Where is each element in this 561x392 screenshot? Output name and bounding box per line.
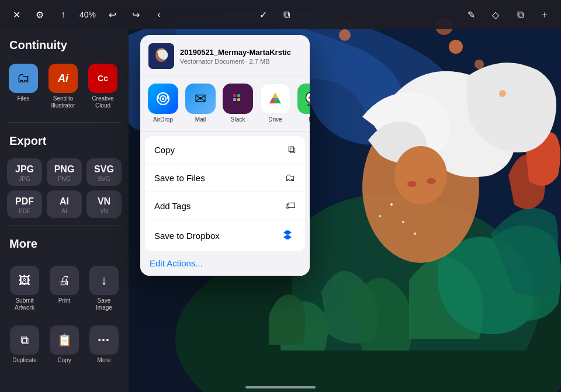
top-toolbar: ✕ ⚙ ↑ 40% ↩ ↪ ‹ ✓ ⧉ ✎ ◇ ⧉ ＋: [0, 0, 561, 29]
continuity-section: Continuity 🗂 Files Ai Send to Illustrato…: [0, 29, 129, 120]
svg-point-14: [379, 215, 381, 217]
share-tag-icon: 🏷: [285, 200, 296, 212]
svg-point-15: [414, 233, 416, 235]
back-button[interactable]: ‹: [150, 5, 168, 24]
share-app-drive[interactable]: Drive: [258, 84, 292, 123]
format-ai-sub: AI: [61, 208, 67, 214]
settings-button[interactable]: ⚙: [30, 5, 49, 24]
more-items-grid: 🖼 Submit Artwork 🖨 Print ↓ Save Image ⧉ …: [0, 256, 129, 373]
share-add-tags-label: Add Tags: [154, 201, 191, 211]
illustrator-label: Send to Illustrator: [47, 95, 79, 109]
duplicate-item[interactable]: ⧉ Duplicate: [7, 321, 42, 369]
format-png-main: PNG: [54, 164, 75, 175]
shape-tool[interactable]: ◇: [486, 5, 505, 24]
svg-point-6: [427, 178, 436, 184]
files-icon-item[interactable]: 🗂 Files: [5, 60, 42, 113]
more-title: More: [0, 228, 129, 256]
continuity-icons: 🗂 Files Ai Send to Illustrator Cc Creati…: [0, 58, 129, 120]
duplicate-label: Duplicate: [12, 357, 37, 364]
share-action-dropbox[interactable]: Save to Dropbox: [145, 220, 305, 251]
save-image-label: Save Image: [89, 297, 119, 311]
files-label: Files: [17, 95, 29, 102]
duplicate-icon: ⧉: [10, 325, 39, 355]
edit-actions-container: Edit Actions...: [140, 251, 310, 276]
messages-label: Me: [309, 116, 310, 123]
illustrator-icon: Ai: [49, 64, 78, 93]
svg-point-13: [402, 221, 404, 223]
more-label: More: [98, 357, 111, 364]
copy-item[interactable]: 📋 Copy: [47, 321, 82, 369]
redo-button[interactable]: ↪: [126, 5, 145, 24]
format-jpg-sub: JPG: [19, 176, 30, 182]
copy-label: Copy: [57, 357, 71, 364]
pen-tool[interactable]: ✎: [462, 5, 480, 24]
slack-label: Slack: [231, 116, 245, 123]
share-sheet: 20190521_Mermay-MartaKrstic Vectornator …: [140, 35, 310, 276]
files-icon: 🗂: [9, 64, 38, 93]
save-image-icon: ↓: [89, 266, 119, 295]
svg-point-7: [449, 40, 463, 54]
share-app-airdrop[interactable]: AirDrop: [146, 84, 180, 123]
close-button[interactable]: ✕: [7, 5, 26, 24]
export-section: Export JPG JPG PNG PNG SVG SVG PDF PDF A…: [0, 125, 129, 223]
print-item[interactable]: 🖨 Print: [47, 261, 82, 316]
continuity-title: Continuity: [0, 29, 129, 58]
share-file-thumbnail: [148, 43, 174, 69]
share-action-save-files[interactable]: Save to Files 🗂: [145, 164, 305, 192]
copy-icon: 📋: [50, 325, 79, 355]
svg-point-5: [407, 181, 417, 187]
edit-actions-link[interactable]: Edit Actions...: [150, 258, 203, 268]
export-format-grid: JPG JPG PNG PNG SVG SVG PDF PDF AI AI VN…: [0, 154, 129, 223]
share-dropbox-icon: [283, 228, 296, 244]
format-ai-main: AI: [60, 196, 69, 207]
toolbar-center: ✓ ⧉: [254, 5, 296, 24]
layers-panel-button[interactable]: ⧉: [511, 5, 529, 24]
format-vn[interactable]: VN VN: [86, 190, 122, 218]
share-action-copy[interactable]: Copy ⧉: [145, 136, 305, 164]
svg-point-12: [390, 203, 393, 206]
send-to-illustrator-item[interactable]: Ai Send to Illustrator: [44, 60, 82, 113]
share-apps-row: AirDrop ✉ Mail Slack: [140, 75, 310, 131]
svg-point-20: [162, 98, 164, 100]
share-file-info: 20190521_Mermay-MartaKrstic Vectornator …: [180, 48, 291, 65]
more-icon: •••: [89, 325, 119, 355]
format-pdf-main: PDF: [15, 196, 34, 207]
drive-label: Drive: [268, 116, 282, 123]
print-icon: 🖨: [50, 266, 79, 295]
format-png[interactable]: PNG PNG: [47, 158, 82, 186]
submit-artwork-label: Submit Artwork: [9, 297, 40, 311]
share-app-slack[interactable]: Slack: [221, 84, 255, 123]
format-svg-main: SVG: [94, 164, 114, 175]
save-image-item[interactable]: ↓ Save Image: [86, 261, 122, 316]
share-app-messages[interactable]: 💬 Me: [296, 84, 310, 123]
svg-rect-22: [233, 98, 236, 101]
svg-rect-24: [237, 98, 240, 101]
add-button[interactable]: ＋: [535, 5, 554, 24]
share-filesize: Vectornator Document · 2,7 MB: [180, 58, 291, 65]
undo-button[interactable]: ↩: [103, 5, 122, 24]
share-save-files-label: Save to Files: [154, 173, 205, 183]
airdrop-icon: [148, 84, 178, 114]
creative-cloud-item[interactable]: Cc Creative Cloud: [84, 60, 122, 113]
messages-icon: 💬: [297, 84, 310, 114]
more-item-btn[interactable]: ••• More: [86, 321, 122, 369]
submit-artwork-item[interactable]: 🖼 Submit Artwork: [7, 261, 42, 316]
clipboard-tool[interactable]: ⧉: [277, 5, 296, 24]
share-header: 20190521_Mermay-MartaKrstic Vectornator …: [140, 35, 310, 75]
toolbar-right: ✎ ◇ ⧉ ＋: [462, 5, 554, 24]
share-app-mail[interactable]: ✉ Mail: [183, 84, 217, 123]
format-ai[interactable]: AI AI: [47, 190, 82, 218]
creative-cloud-label: Creative Cloud: [86, 95, 119, 109]
print-label: Print: [58, 297, 71, 304]
check-tool[interactable]: ✓: [254, 5, 272, 24]
home-indicator: [245, 386, 316, 388]
format-svg[interactable]: SVG SVG: [86, 158, 122, 186]
left-panel: Continuity 🗂 Files Ai Send to Illustrato…: [0, 29, 129, 392]
format-pdf[interactable]: PDF PDF: [7, 190, 42, 218]
share-actions-group: Copy ⧉ Save to Files 🗂 Add Tags 🏷 Save t…: [145, 136, 305, 251]
share-filename: 20190521_Mermay-MartaKrstic: [180, 48, 291, 57]
format-jpg[interactable]: JPG JPG: [7, 158, 42, 186]
share-button[interactable]: ↑: [54, 5, 72, 24]
format-vn-main: VN: [98, 196, 110, 207]
share-action-add-tags[interactable]: Add Tags 🏷: [145, 192, 305, 220]
